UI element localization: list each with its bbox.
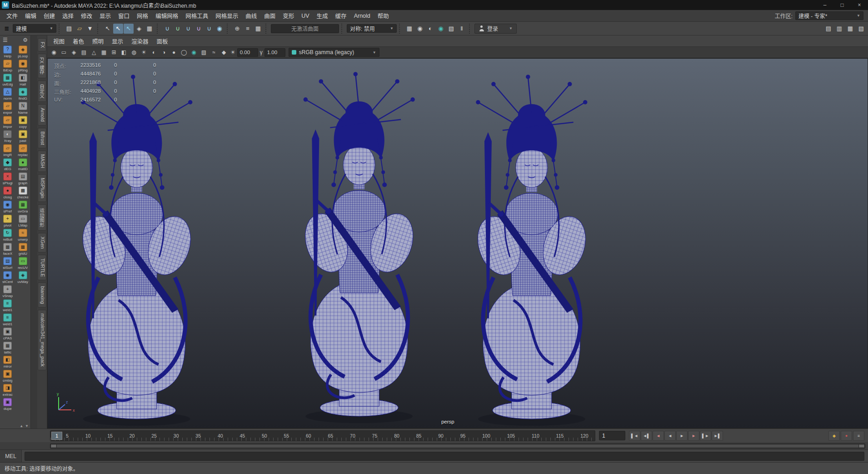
menu-item[interactable]: UV — [298, 10, 313, 21]
shelf-item[interactable]: △ norm — [0, 87, 15, 101]
viewport-toggle-icon[interactable]: ☀ — [139, 48, 149, 57]
panel-layout-icon[interactable]: ▥ — [834, 24, 844, 34]
menu-item[interactable]: 编辑 — [21, 10, 40, 21]
shelf-item[interactable]: ▭ LMap — [15, 214, 31, 228]
shelf-item[interactable]: + pivot — [0, 214, 15, 228]
shelf-item[interactable]: ▣ dupe — [0, 397, 15, 411]
viewport-canvas[interactable]: 顶点: 2233516 0 0 边: 4448476 0 0 面: 222186… — [47, 58, 868, 429]
gamma-icon[interactable]: γ — [260, 49, 263, 55]
snap-icon[interactable]: ∪ — [204, 24, 214, 34]
side-panel-tab[interactable]: MASH — [38, 151, 46, 171]
file-tool-icon[interactable]: ▤ — [64, 24, 74, 34]
menu-item[interactable]: 网格显示 — [212, 10, 242, 21]
panel-menu-item[interactable]: 照明 — [88, 35, 108, 46]
viewport-toggle-icon[interactable]: ◍ — [129, 48, 139, 57]
selection-mask-icon[interactable]: ↖ — [124, 24, 134, 34]
shelf-item[interactable]: ◈ findG — [15, 87, 31, 101]
shelf-item[interactable]: ▤ graph — [15, 171, 31, 186]
shelf-item[interactable]: + vSnap — [0, 284, 15, 298]
snap-icon[interactable]: ∪ — [173, 24, 183, 34]
menu-item[interactable]: 网格 — [133, 10, 152, 21]
gamma-field[interactable]: 1.00 — [264, 48, 285, 57]
shelf-item[interactable]: ▣ cPAS — [0, 327, 15, 341]
shelf-item[interactable]: ▦ uvEdg — [0, 73, 15, 87]
menu-item[interactable]: 曲面 — [260, 10, 279, 21]
toolbox-gear-icon[interactable]: ⚙ — [23, 37, 28, 43]
active-surface-field[interactable]: 无激活曲面 — [271, 24, 339, 33]
viewport-toggle-icon[interactable]: ▤ — [79, 48, 89, 57]
shelf-item[interactable]: ◨ extrac — [0, 383, 15, 397]
exposure-icon[interactable]: ☀ — [230, 49, 235, 55]
viewport-toggle-icon[interactable]: ◑ — [159, 48, 169, 57]
time-slider[interactable]: 1 51015202530354045505560657075808590951… — [50, 430, 595, 441]
shelf-item[interactable]: ▣ copy — [15, 115, 31, 129]
viewport-toggle-icon[interactable]: ◧ — [119, 48, 129, 57]
menu-item[interactable]: 创建 — [40, 10, 59, 21]
animation-option-icon[interactable]: ● — [841, 431, 852, 441]
history-icon[interactable]: ⊕ — [232, 24, 242, 34]
login-dropdown[interactable]: 登录 ▼ — [474, 24, 517, 34]
shelf-item[interactable]: ▱ replac — [15, 143, 31, 157]
shelf-item[interactable]: ▭ recUV — [15, 256, 31, 270]
playback-button[interactable]: ►▌ — [712, 431, 723, 441]
workspace-dropdown[interactable]: 建模 - 专家* ▼ — [795, 11, 863, 20]
render-tool-icon[interactable]: ◉ — [436, 24, 446, 34]
side-panel-tab[interactable]: MSPlugin — [38, 174, 46, 202]
menu-item[interactable]: 变形 — [279, 10, 298, 21]
playback-button[interactable]: ► — [676, 431, 688, 441]
playback-button[interactable]: ▌◄ — [629, 431, 640, 441]
render-tool-icon[interactable]: ▧ — [446, 24, 456, 34]
history-icon[interactable]: ▦ — [253, 24, 263, 34]
render-tool-icon[interactable]: ◉ — [415, 24, 425, 34]
shelf-item[interactable]: ▱ imgR — [0, 143, 15, 157]
menu-item[interactable]: 修改 — [77, 10, 96, 21]
divider[interactable] — [469, 24, 472, 34]
panel-menu-item[interactable]: 视图 — [49, 35, 69, 46]
render-tool-icon[interactable]: ◐ — [425, 24, 435, 34]
shelf-item[interactable]: ◆ dEG — [0, 157, 15, 171]
animation-option-icon[interactable]: ◆ — [828, 431, 840, 441]
menu-item[interactable]: 窗口 — [115, 10, 133, 21]
range-slider-track[interactable] — [57, 444, 858, 448]
shelf-item[interactable]: ▤ stSurf — [0, 256, 15, 270]
render-tool-icon[interactable]: ▦ — [404, 24, 414, 34]
symmetry-dropdown[interactable]: 对称: 禁用 ▼ — [347, 24, 397, 33]
shelf-item[interactable]: ◧ Half — [15, 73, 31, 87]
mel-command-input[interactable] — [25, 452, 864, 461]
panel-layout-icon[interactable]: ▧ — [856, 24, 866, 34]
menu-item[interactable]: 缓存 — [332, 10, 350, 21]
side-panel-tab[interactable]: 自定义 — [38, 81, 46, 102]
exposure-field[interactable]: 0.00 — [237, 48, 258, 57]
shelf-item[interactable]: ▦ faceX — [0, 242, 15, 256]
shelf-item[interactable]: ◈ uvMay — [15, 270, 31, 284]
menu-item[interactable]: Arnold — [350, 10, 374, 21]
shelf-item[interactable]: ● closg — [0, 186, 15, 200]
panel-menu-item[interactable]: 渲染器 — [127, 35, 153, 46]
snap-icon[interactable]: ∪ — [194, 24, 204, 34]
shelf-item[interactable]: ≡ weld1 — [0, 298, 15, 313]
viewport-toggle-icon[interactable]: ◉ — [49, 48, 59, 57]
divider[interactable] — [59, 24, 62, 34]
range-slider[interactable] — [50, 444, 865, 449]
playback-button[interactable]: ◄ — [653, 431, 664, 441]
divider[interactable] — [265, 24, 269, 34]
menu-item[interactable]: 文件 — [3, 10, 21, 21]
shelf-item[interactable]: ◈ pLoop — [15, 45, 31, 59]
history-icon[interactable]: ≡ — [243, 24, 253, 34]
divider[interactable] — [341, 24, 344, 34]
viewport-toggle-icon[interactable]: ▭ — [59, 48, 69, 57]
side-panel-tab[interactable]: malcolm341_mega_pack — [38, 310, 46, 370]
file-tool-icon[interactable]: ▼ — [85, 24, 95, 34]
shelf-item[interactable]: ▩ checke — [15, 186, 31, 200]
animation-option-icon[interactable]: ≡ — [853, 431, 864, 441]
maximize-button[interactable]: □ — [833, 0, 851, 10]
viewport-toggle-icon[interactable]: ◆ — [219, 48, 229, 57]
shelf-item[interactable]: ▱ expor — [0, 101, 15, 115]
shelf-item[interactable]: ▦ gridU — [15, 242, 31, 256]
shelf-item[interactable]: ? Help — [0, 45, 15, 59]
menu-item[interactable]: 编辑网格 — [152, 10, 182, 21]
menu-item[interactable]: 曲线 — [242, 10, 260, 21]
toolbox-scroll-down-icon[interactable]: ▼ — [25, 424, 29, 428]
range-start-handle[interactable] — [51, 444, 56, 448]
shelf-item[interactable]: ▣ past — [15, 129, 31, 143]
